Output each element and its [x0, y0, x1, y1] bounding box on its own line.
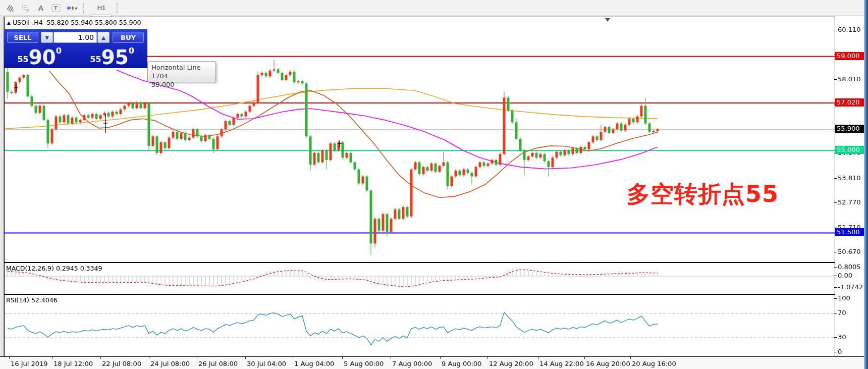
- trading-terminal: E F A T M1M5M15M30H1H4D1W1MN: [0, 0, 868, 369]
- text-box-icon[interactable]: T: [49, 2, 63, 15]
- ohlc-values: 55.820 55.940 55.800 55.900: [47, 19, 141, 26]
- buy-price-small: 55: [90, 55, 101, 64]
- chart-annotation-text: 多空转折点55: [627, 179, 779, 210]
- price-badge: 57.020: [835, 98, 864, 107]
- sell-price[interactable]: 55 90 0: [4, 43, 75, 67]
- tooltip-line2: 59.000: [151, 80, 212, 89]
- buy-price-sup: 0: [129, 46, 134, 56]
- sell-button[interactable]: SELL: [7, 32, 38, 43]
- svg-text:F: F: [27, 9, 29, 13]
- ma-fast-red: [49, 71, 658, 198]
- toolbar-gripper: [83, 3, 87, 13]
- macd-label: MACD(12,26,9) 0.2945 0.3349: [6, 265, 102, 272]
- rsi-tick-label: 0: [838, 348, 842, 356]
- time-tick-label: 16 Aug 20:00: [586, 360, 630, 367]
- time-tick-label: 7 Aug 00:00: [392, 360, 432, 367]
- price-badge: 59.000: [835, 52, 864, 60]
- time-tick-label: 14 Aug 22:00: [539, 360, 584, 367]
- time-tick-label: 9 Aug 00:00: [442, 360, 481, 367]
- buy-price[interactable]: 55 95 0: [77, 43, 147, 67]
- one-click-trade-panel: SELL ▼ ▲ BUY 55 90 0 55 95 0: [4, 29, 147, 68]
- fibonacci-grid-icon[interactable]: F: [19, 2, 33, 15]
- rsi-chart: [5, 295, 835, 356]
- arrows-style-icon[interactable]: [64, 2, 78, 15]
- price-tick-label: 55.910: [838, 125, 861, 133]
- price-badge: 55.000: [835, 146, 864, 154]
- svg-text:E: E: [12, 9, 15, 13]
- price-badge: 51.500: [835, 228, 864, 236]
- toolbar-gripper-2: [117, 3, 121, 13]
- time-tick-label: 1 Aug 04:00: [294, 360, 334, 367]
- time-tick-label: 20 Aug 16:00: [632, 360, 676, 367]
- time-tick-label: 16 Jul 2019: [11, 360, 48, 367]
- window-left-edge: [0, 16, 4, 369]
- text-label-icon[interactable]: A: [34, 2, 48, 15]
- rsi-tick-label: 70: [838, 309, 846, 317]
- price-tick-label: 60.110: [838, 26, 861, 34]
- price-tick-label: 50.670: [838, 248, 861, 256]
- object-tooltip: Horizontal Line 1704 59.000: [147, 61, 216, 82]
- time-tick-label: 24 Jul 08:00: [150, 360, 190, 367]
- time-tick-label: 18 Jul 12:00: [53, 360, 93, 367]
- time-tick-label: 30 Jul 04:00: [247, 360, 286, 367]
- sell-price-big: 90: [28, 48, 56, 67]
- macd-chart: [5, 263, 835, 294]
- time-tick-label: 26 Jul 08:00: [198, 360, 238, 367]
- ma-orange: [6, 88, 658, 129]
- price-tick-label: 54.870: [838, 149, 861, 157]
- macd-tick-label: 0.00: [838, 272, 852, 280]
- rsi-label: RSI(14) 52.4046: [6, 296, 58, 304]
- sell-price-small: 55: [17, 55, 28, 64]
- chart-shift-marker-icon[interactable]: [605, 18, 610, 22]
- price-tick-label: 59.060: [838, 50, 861, 59]
- sell-price-sup: 0: [56, 46, 62, 56]
- rsi-panel[interactable]: [4, 294, 835, 357]
- macd-panel[interactable]: [4, 262, 835, 294]
- price-tick-label: 56.960: [838, 100, 861, 108]
- macd-tick-label: 0.8005: [838, 263, 861, 271]
- volume-input[interactable]: [53, 32, 97, 43]
- toolbar: E F A T M1M5M15M30H1H4D1W1MN: [0, 0, 868, 16]
- elliott-lines-icon[interactable]: E: [4, 2, 18, 15]
- timeframe-h1[interactable]: H1: [91, 2, 112, 15]
- collapse-triangle-icon[interactable]: ▲: [7, 20, 11, 25]
- volume-decrease-button[interactable]: ▼: [41, 32, 53, 43]
- price-tick-label: 52.770: [838, 198, 861, 206]
- time-axis: 16 Jul 201918 Jul 12:0022 Jul 08:0024 Ju…: [0, 356, 868, 369]
- rsi-tick-label: 100: [838, 294, 850, 302]
- svg-text:T: T: [54, 5, 58, 11]
- price-tick-label: 51.710: [838, 224, 861, 232]
- macd-tick-label: -1.0742: [838, 283, 863, 291]
- price-tick-label: 58.010: [838, 75, 861, 83]
- window-right-edge: [864, 0, 868, 369]
- rsi-tick-label: 30: [838, 333, 846, 341]
- volume-increase-button[interactable]: ▲: [97, 32, 110, 43]
- price-badge: 55.900: [835, 125, 864, 133]
- buy-price-big: 95: [101, 48, 128, 67]
- time-tick-label: 12 Aug 20:00: [489, 360, 533, 367]
- buy-button[interactable]: BUY: [113, 32, 144, 43]
- time-tick-label: 5 Aug 00:00: [344, 360, 384, 367]
- symbol-period: USOil-,H4: [13, 19, 43, 26]
- tooltip-line1: Horizontal Line 1704: [151, 63, 212, 80]
- price-tick-label: 53.810: [838, 174, 861, 182]
- time-tick-label: 22 Jul 08:00: [102, 360, 141, 367]
- chart-header: ▲ USOil-,H4 55.820 55.940 55.800 55.900: [7, 19, 141, 26]
